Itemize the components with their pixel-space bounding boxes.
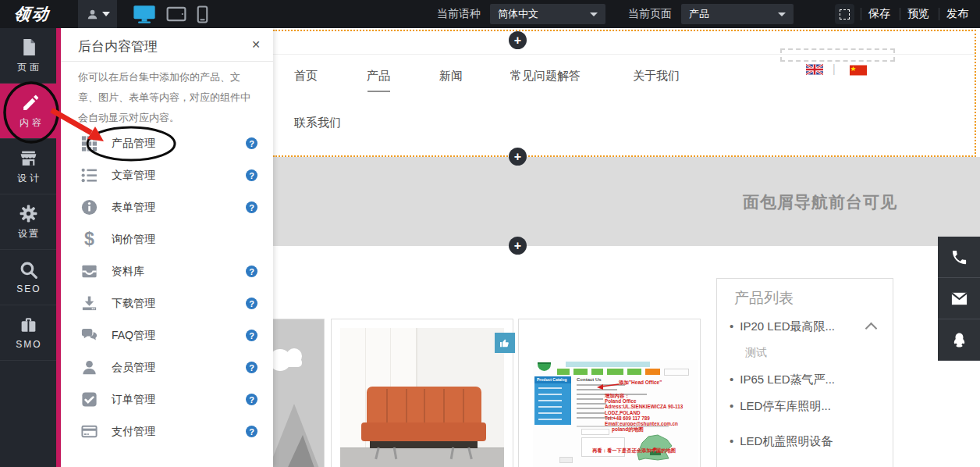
app-window: 领动 当前语种 简体中文 当前页面 产品 保存 预览 发布 页 xyxy=(0,0,980,467)
briefcase-icon xyxy=(19,315,38,335)
menu-item-order-management[interactable]: 订单管理 ? xyxy=(61,383,273,415)
product-list-item[interactable]: •LED停车库照明... xyxy=(730,399,831,414)
china-flag-icon[interactable] xyxy=(850,65,867,76)
product-list-subitem[interactable]: 测试 xyxy=(745,346,767,360)
page-label: 当前页面 xyxy=(628,7,672,21)
dashed-region-icon[interactable] xyxy=(835,4,854,24)
sidebar-item-seo[interactable]: SEO xyxy=(0,250,56,305)
panel-title: 后台内容管理 xyxy=(78,37,158,55)
main-sidebar: 页面 内容 设计 设置 SEO SMO xyxy=(0,28,56,467)
nav-products[interactable]: 产品 xyxy=(367,69,390,84)
thumbs-up-badge[interactable] xyxy=(495,333,515,353)
mini-nav-item-active xyxy=(645,369,660,375)
sofa-photo xyxy=(340,328,504,467)
menu-item-download-management[interactable]: 下载管理 ? xyxy=(61,287,273,319)
product-card-placeholder[interactable] xyxy=(273,319,325,467)
help-icon[interactable]: ? xyxy=(246,426,257,437)
email-button[interactable] xyxy=(938,278,980,319)
active-nav-underline xyxy=(368,91,390,92)
page-select[interactable]: 产品 xyxy=(681,4,794,24)
menu-item-inquiry-management[interactable]: $ 询价管理 xyxy=(61,223,273,255)
help-icon[interactable]: ? xyxy=(246,169,257,181)
nav-news[interactable]: 新闻 xyxy=(439,69,463,84)
publish-button[interactable]: 发布 xyxy=(946,7,968,21)
tablet-icon[interactable] xyxy=(166,6,186,22)
chat-icon xyxy=(80,326,99,345)
dollar-icon: $ xyxy=(80,230,99,249)
help-icon[interactable]: ? xyxy=(246,330,257,341)
contact-page-thumbnail: Contact Us Product Catalog 添加"Head Offic… xyxy=(533,360,698,467)
phone-button[interactable] xyxy=(938,237,980,278)
help-icon[interactable]: ? xyxy=(246,266,257,277)
product-list-item[interactable]: •IP20 LED最高限... xyxy=(730,319,835,334)
payment-card-icon xyxy=(80,422,99,441)
close-icon[interactable]: ✕ xyxy=(251,38,261,51)
save-button[interactable]: 保存 xyxy=(868,7,890,21)
menu-item-member-management[interactable]: 会员管理 ? xyxy=(61,351,273,383)
qq-penguin-icon xyxy=(950,331,968,349)
add-section-button-top[interactable]: + xyxy=(509,31,527,49)
sidebar-item-settings[interactable]: 设置 xyxy=(0,194,56,250)
sidebar-accent-strip xyxy=(56,28,61,467)
mobile-icon[interactable] xyxy=(197,5,208,23)
chevron-up-icon[interactable] xyxy=(865,323,878,335)
desktop-icon[interactable] xyxy=(133,5,156,24)
menu-item-form-management[interactable]: 表单管理 ? xyxy=(61,191,273,223)
language-label: 当前语种 xyxy=(437,7,481,21)
mini-nav-item xyxy=(557,369,570,375)
user-menu[interactable] xyxy=(78,0,117,28)
floating-contact-bar xyxy=(938,237,980,361)
product-list-widget: 产品列表 •IP20 LED最高限... 测试 •IP65 LED蒸气严... … xyxy=(716,278,893,467)
nav-about[interactable]: 关于我们 xyxy=(633,69,680,84)
device-switcher xyxy=(133,0,208,28)
panel-description: 你可以在后台集中添加你的产品、文章、图片、表单等内容，对应的组件中会自动显示对应… xyxy=(78,67,259,128)
help-icon[interactable]: ? xyxy=(246,394,257,405)
breadcrumb-banner[interactable]: 面包屑导航前台可见 xyxy=(273,157,980,246)
menu-item-article-management[interactable]: 文章管理 ? xyxy=(61,159,273,191)
search-icon xyxy=(19,260,38,280)
chevron-down-icon xyxy=(102,12,110,16)
nav-contact[interactable]: 联系我们 xyxy=(294,116,341,130)
menu-item-product-management[interactable]: 产品管理 ? xyxy=(61,127,273,159)
mini-nav-item xyxy=(627,369,641,375)
product-card-screenshot[interactable]: Contact Us Product Catalog 添加"Head Offic… xyxy=(518,319,701,467)
help-icon[interactable]: ? xyxy=(246,362,257,373)
product-list-item[interactable]: •LED机盖照明设备 xyxy=(730,434,833,449)
order-check-icon xyxy=(80,390,99,409)
list-icon xyxy=(80,166,99,185)
nav-faq[interactable]: 常见问题解答 xyxy=(510,69,581,84)
menu-item-asset-library[interactable]: 资料库 ? xyxy=(61,255,273,287)
add-section-button-bottom[interactable]: + xyxy=(509,237,527,255)
storefront-icon xyxy=(19,148,38,168)
help-icon[interactable]: ? xyxy=(246,137,257,149)
mini-sidebar: Product Catalog xyxy=(534,376,571,425)
product-list-item[interactable]: •IP65 LED蒸气严... xyxy=(730,373,835,387)
nav-home[interactable]: 首页 xyxy=(294,69,318,84)
panel-menu: 产品管理 ? 文章管理 ? 表单管理 ? $ 询价管理 资料库 ? xyxy=(61,127,273,447)
preview-button[interactable]: 预览 xyxy=(907,7,929,21)
product-card-sofa[interactable] xyxy=(331,319,513,467)
language-select[interactable]: 简体中文 xyxy=(490,4,605,24)
content-management-panel: 后台内容管理 ✕ 你可以在后台集中添加你的产品、文章、图片、表单等内容，对应的组… xyxy=(61,28,273,467)
page-value: 产品 xyxy=(689,7,709,21)
gear-icon xyxy=(19,204,38,223)
uk-flag-icon[interactable] xyxy=(806,64,823,75)
help-icon[interactable]: ? xyxy=(246,201,257,213)
empty-widget-placeholder[interactable] xyxy=(780,48,895,62)
language-value: 简体中文 xyxy=(498,7,538,21)
help-icon[interactable]: ? xyxy=(246,298,257,309)
product-list-title: 产品列表 xyxy=(734,288,794,308)
add-section-button-middle[interactable]: + xyxy=(509,148,527,166)
sidebar-item-content[interactable]: 内容 xyxy=(0,84,61,139)
grid-icon xyxy=(80,134,99,153)
sidebar-item-design[interactable]: 设计 xyxy=(0,139,56,194)
qq-button[interactable] xyxy=(938,319,980,361)
envelope-icon xyxy=(950,290,968,308)
thumbs-up-icon xyxy=(499,337,511,349)
sidebar-item-smo[interactable]: SMO xyxy=(0,305,56,361)
sidebar-item-pages[interactable]: 页面 xyxy=(0,28,56,84)
info-icon xyxy=(80,198,99,217)
menu-item-faq-management[interactable]: FAQ管理 ? xyxy=(61,319,273,351)
menu-item-payment-management[interactable]: 支付管理 ? xyxy=(61,415,273,447)
mini-nav-item xyxy=(591,369,603,375)
